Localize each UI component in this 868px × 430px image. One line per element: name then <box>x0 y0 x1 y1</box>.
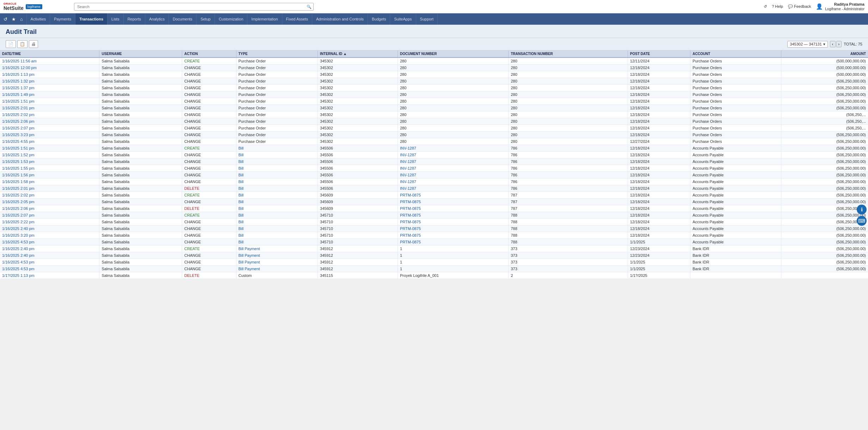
nav-item-budgets[interactable]: Budgets <box>368 13 390 25</box>
cell-1: Salma Salsabila <box>99 178 182 185</box>
cell-5: INV-1287 <box>398 185 509 192</box>
nav-item-customization[interactable]: Customization <box>215 13 248 25</box>
cell-9: (506,250,000.00) <box>781 239 868 246</box>
cell-5: 280 <box>398 98 509 105</box>
prev-page-button[interactable]: ‹ <box>830 41 836 47</box>
col-header-username[interactable]: USERNAME <box>99 50 182 57</box>
help-link[interactable]: ? Help <box>772 4 783 8</box>
cell-0: 1/16/2025 1:55 pm <box>0 165 99 172</box>
table-row: 1/16/2025 2:05 pmSalma SalsabilaCHANGEBi… <box>0 199 868 205</box>
cell-2: CHANGE <box>182 111 236 118</box>
nav-item-payments[interactable]: Payments <box>50 13 75 25</box>
search-icon[interactable]: 🔍 <box>307 4 312 9</box>
table-row: 1/16/2025 2:40 pmSalma SalsabilaCREATEBi… <box>0 246 868 252</box>
cell-4: 345302 <box>318 91 398 98</box>
cell-9: (500,000,000.00) <box>781 57 868 65</box>
nav-item-lists[interactable]: Lists <box>107 13 124 25</box>
cell-6: 280 <box>509 65 628 71</box>
cell-5: 1 <box>398 246 509 252</box>
nav-star-button[interactable]: ★ <box>10 16 17 23</box>
nav-items: ActivitiesPaymentsTransactionsListsRepor… <box>27 13 438 25</box>
nav-item-implementation[interactable]: Implementation <box>247 13 282 25</box>
cell-3: Purchase Order <box>236 105 318 111</box>
cell-6: 280 <box>509 78 628 85</box>
cell-4: 345302 <box>318 118 398 125</box>
cell-3: Bill <box>236 239 318 246</box>
cell-4: 345506 <box>318 152 398 158</box>
col-header-document-number[interactable]: DOCUMENT NUMBER <box>398 50 509 57</box>
cell-4: 345506 <box>318 178 398 185</box>
nav-item-activities[interactable]: Activities <box>27 13 50 25</box>
nav-item-admin[interactable]: Administration and Controls <box>312 13 368 25</box>
cell-7: 12/18/2024 <box>628 71 690 78</box>
cell-3: Purchase Order <box>236 78 318 85</box>
nav-item-analytics[interactable]: Analytics <box>145 13 169 25</box>
col-header-transaction-number[interactable]: TRANSACTION NUMBER <box>509 50 628 57</box>
nav-item-fixed-assets[interactable]: Fixed Assets <box>282 13 312 25</box>
col-header-type[interactable]: TYPE <box>236 50 318 57</box>
col-header-amount[interactable]: AMOUNT <box>781 50 868 57</box>
cell-4: 345506 <box>318 172 398 178</box>
cell-6: 280 <box>509 105 628 111</box>
nav-item-transactions[interactable]: Transactions <box>75 13 107 25</box>
nav-item-setup[interactable]: Setup <box>197 13 215 25</box>
nav-item-reports[interactable]: Reports <box>124 13 146 25</box>
cell-0: 1/16/2025 1:32 pm <box>0 78 99 85</box>
nav-history-button[interactable]: ↺ <box>2 16 9 23</box>
nav-item-support[interactable]: Support <box>416 13 438 25</box>
table-row: 1/16/2025 4:53 pmSalma SalsabilaCHANGEBi… <box>0 239 868 246</box>
search-input[interactable] <box>74 3 314 11</box>
col-header-action[interactable]: ACTION <box>182 50 236 57</box>
range-selector[interactable]: 345302 — 347131 ▾ <box>787 41 828 48</box>
chat-icon: 💬 <box>788 4 793 9</box>
cell-8: Accounts Payable <box>690 185 781 192</box>
nav-item-documents[interactable]: Documents <box>169 13 197 25</box>
info-floating-button[interactable]: ℹ <box>857 205 867 214</box>
cell-8: Purchase Orders <box>690 125 781 132</box>
feedback-link[interactable]: 💬 Feedback <box>788 4 811 9</box>
col-header-account[interactable]: ACCOUNT <box>690 50 781 57</box>
cell-0: 1/16/2025 4:53 pm <box>0 266 99 272</box>
cell-1: Salma Salsabila <box>99 132 182 138</box>
cell-4: 345506 <box>318 165 398 172</box>
cell-8: Bank IDR <box>690 246 781 252</box>
col-header-datetime[interactable]: DATE/TIME <box>0 50 99 57</box>
cell-1: Salma Salsabila <box>99 85 182 91</box>
calculator-floating-button[interactable]: ⌨ <box>857 216 867 226</box>
cell-7: 12/23/2024 <box>628 246 690 252</box>
cell-3: Bill <box>236 205 318 212</box>
cell-4: 345302 <box>318 132 398 138</box>
cell-9: (506,250,... <box>781 111 868 118</box>
cell-1: Salma Salsabila <box>99 172 182 178</box>
toolbar-copy-button[interactable]: 📄 <box>6 40 16 48</box>
cell-9: (506,250,000.00) <box>781 199 868 205</box>
cell-3: Purchase Order <box>236 111 318 118</box>
table-row: 1/16/2025 4:53 pmSalma SalsabilaCHANGEBi… <box>0 259 868 266</box>
cell-8: Purchase Orders <box>690 111 781 118</box>
cell-5: 1 <box>398 259 509 266</box>
cell-0: 1/16/2025 1:51 pm <box>0 145 99 152</box>
cell-7: 12/18/2024 <box>628 98 690 105</box>
cell-2: CHANGE <box>182 158 236 165</box>
cell-7: 12/18/2024 <box>628 111 690 118</box>
cell-2: CHANGE <box>182 65 236 71</box>
table-row: 1/16/2025 4:55 pmSalma SalsabilaCHANGEPu… <box>0 138 868 145</box>
cell-3: Bill <box>236 172 318 178</box>
nav-item-suiteapps[interactable]: SuiteApps <box>390 13 416 25</box>
nav-home-button[interactable]: ⌂ <box>19 16 24 23</box>
user-area[interactable]: 👤 Raditya Pratama Logiframe - Administra… <box>816 2 864 11</box>
cell-4: 345302 <box>318 111 398 118</box>
next-page-button[interactable]: › <box>836 41 842 47</box>
cell-6: 280 <box>509 138 628 145</box>
col-header-internal-id-[interactable]: INTERNAL ID ▲ <box>318 50 398 57</box>
history-button[interactable]: ↺ <box>764 4 767 9</box>
cell-3: Bill <box>236 178 318 185</box>
cell-1: Salma Salsabila <box>99 105 182 111</box>
toolbar-paste-button[interactable]: 📋 <box>17 40 27 48</box>
total-count: TOTAL: 75 <box>844 42 862 46</box>
cell-1: Salma Salsabila <box>99 212 182 219</box>
col-header-post-date[interactable]: POST DATE <box>628 50 690 57</box>
toolbar-print-button[interactable]: 🖨 <box>29 40 38 48</box>
cell-9: (506,250,000.00) <box>781 98 868 105</box>
cell-9: (506,250,000.00) <box>781 78 868 85</box>
